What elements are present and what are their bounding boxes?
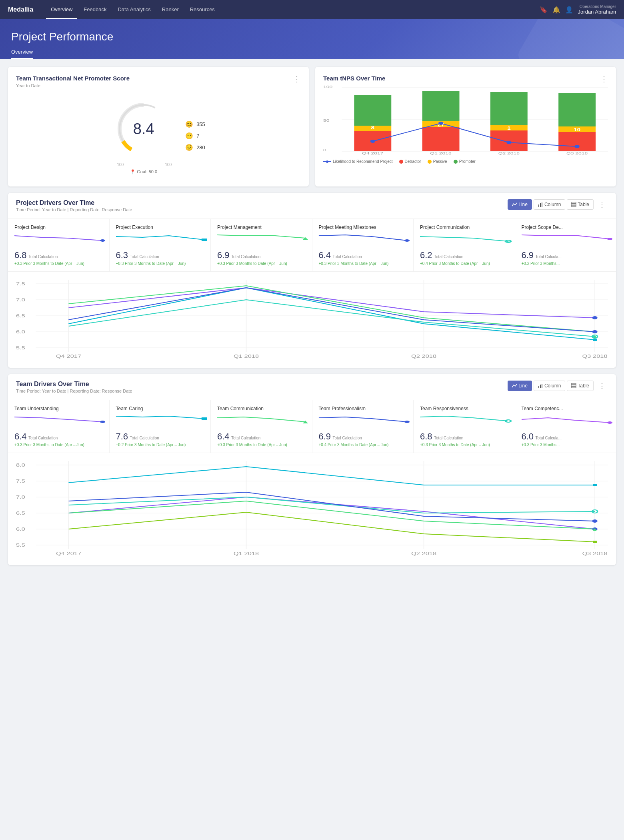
driver-card-project-design: Project Design 6.8 Total Calculation +0.… bbox=[8, 219, 110, 271]
svg-text:5.5: 5.5 bbox=[16, 543, 25, 547]
driver-name-2: Project Management bbox=[217, 225, 306, 230]
svg-rect-70 bbox=[538, 386, 539, 388]
nps-more-button[interactable]: ⋮ bbox=[293, 75, 301, 83]
user-name: Jordan Abraham bbox=[578, 9, 616, 15]
svg-text:8.0: 8.0 bbox=[16, 463, 25, 467]
passive-count: 7 bbox=[196, 133, 199, 139]
page-tab[interactable]: Overview bbox=[11, 49, 33, 59]
team-drivers-subtitle: Time Period: Year to Date | Reporting Da… bbox=[16, 389, 132, 393]
nps-gauge: 8.4 bbox=[112, 97, 176, 161]
driver-name-1: Project Execution bbox=[116, 225, 204, 230]
svg-rect-40 bbox=[571, 205, 576, 206]
team-drivers-section: Team Drivers Over Time Time Period: Year… bbox=[8, 374, 616, 565]
team-score-2: 6.4 bbox=[217, 431, 230, 441]
promoter-dot bbox=[454, 160, 458, 164]
project-drivers-controls: Line Column Table ⋮ bbox=[508, 199, 608, 210]
team-drivers-chart-svg: 8.0 7.5 7.0 6.5 6.0 5.5 bbox=[16, 461, 608, 565]
svg-rect-71 bbox=[540, 385, 541, 388]
bookmark-icon[interactable]: 🔖 bbox=[540, 6, 548, 14]
driver-card-project-milestones: Project Meeting Milestones 6.4 Total Cal… bbox=[312, 219, 414, 271]
project-toggle-table[interactable]: Table bbox=[567, 199, 594, 210]
driver-change-5: +0.2 Prior 3 Months... bbox=[522, 261, 610, 266]
svg-rect-98 bbox=[593, 484, 597, 486]
driver-change-3: +0.3 Prior 3 Months to Date (Apr – Jun) bbox=[319, 261, 407, 266]
nav-item-ranker[interactable]: Ranker bbox=[157, 1, 184, 19]
team-score-4: 6.8 bbox=[420, 431, 432, 441]
team-change-3: +0.4 Prior 3 Months to Date (Apr – Jun) bbox=[319, 443, 407, 447]
nav-item-data-analytics[interactable]: Data Analytics bbox=[113, 1, 155, 19]
gauge-score: 8.4 bbox=[133, 121, 154, 136]
team-driver-cards: Team Understanding 6.4 Total Calculation… bbox=[8, 400, 616, 453]
svg-rect-62 bbox=[593, 339, 597, 341]
gauge-range: -100 100 bbox=[116, 162, 172, 167]
nps-card-subtitle: Year to Date bbox=[16, 83, 130, 88]
gauge-range-low: -100 bbox=[116, 162, 124, 167]
project-toggle-line[interactable]: Line bbox=[508, 199, 532, 210]
svg-text:8: 8 bbox=[371, 126, 375, 130]
nps-legend: 😊 355 😐 7 😟 280 bbox=[185, 120, 205, 151]
team-drivers-more[interactable]: ⋮ bbox=[596, 381, 608, 390]
svg-point-64 bbox=[592, 330, 598, 333]
driver-calc-4: Total Calculation bbox=[434, 255, 463, 259]
svg-text:Q4 2017: Q4 2017 bbox=[56, 354, 81, 359]
passive-dot bbox=[428, 160, 432, 164]
driver-name-3: Project Meeting Milestones bbox=[319, 225, 407, 230]
user-info: Operations Manager Jordan Abraham bbox=[578, 4, 616, 15]
driver-change-2: +0.3 Prior 3 Months to Date (Apr – Jun) bbox=[217, 261, 306, 266]
project-drivers-section: Project Drivers Over Time Time Period: Y… bbox=[8, 193, 616, 368]
svg-text:Q4 2017: Q4 2017 bbox=[56, 551, 81, 556]
tnps-more-button[interactable]: ⋮ bbox=[600, 75, 608, 83]
page-header: Project Performance Overview bbox=[0, 19, 624, 59]
project-toggle-column[interactable]: Column bbox=[534, 199, 565, 210]
svg-rect-77 bbox=[201, 417, 206, 420]
svg-rect-13 bbox=[422, 127, 460, 151]
team-toggle-line[interactable]: Line bbox=[508, 381, 532, 391]
project-drivers-more[interactable]: ⋮ bbox=[596, 200, 608, 209]
brand-logo[interactable]: Medallia bbox=[8, 6, 33, 13]
nav-right: 🔖 🔔 👤 Operations Manager Jordan Abraham bbox=[540, 4, 616, 15]
tnps-chart-area: 100 50 0 8 bbox=[323, 83, 608, 155]
svg-rect-103 bbox=[593, 541, 597, 543]
nps-detractors: 😟 280 bbox=[185, 144, 205, 151]
team-toggle-table[interactable]: Table bbox=[567, 381, 594, 391]
svg-rect-19 bbox=[490, 92, 528, 125]
nav-item-overview[interactable]: Overview bbox=[46, 1, 77, 19]
team-driver-name-3: Team Professionalism bbox=[319, 406, 407, 411]
team-driver-name-1: Team Caring bbox=[116, 406, 204, 411]
svg-point-79 bbox=[404, 421, 409, 423]
main-content: Team Transactional Net Promoter Score Ye… bbox=[0, 59, 624, 579]
promoter-icon: 😊 bbox=[185, 120, 193, 128]
svg-text:6.5: 6.5 bbox=[16, 511, 25, 515]
team-toggle-column[interactable]: Column bbox=[534, 381, 565, 391]
svg-text:5.5: 5.5 bbox=[16, 346, 25, 350]
svg-text:Q1 2018: Q1 2018 bbox=[234, 354, 259, 359]
gauge-range-high: 100 bbox=[165, 162, 172, 167]
driver-sparkline-4 bbox=[420, 233, 508, 247]
team-change-2: +0.3 Prior 3 Months to Date (Apr – Jun) bbox=[217, 443, 306, 447]
svg-text:6.0: 6.0 bbox=[16, 527, 25, 531]
driver-score-5: 6.9 bbox=[522, 250, 534, 260]
team-drivers-header-left: Team Drivers Over Time Time Period: Year… bbox=[16, 381, 132, 393]
project-drivers-header: Project Drivers Over Time Time Period: Y… bbox=[8, 193, 616, 219]
driver-card-project-management: Project Management 6.9 Total Calculation… bbox=[211, 219, 312, 271]
nav-item-resources[interactable]: Resources bbox=[185, 1, 220, 19]
driver-sparkline-0 bbox=[14, 233, 103, 247]
team-change-0: +0.3 Prior 3 Months to Date (Apr – Jun) bbox=[14, 443, 103, 447]
team-driver-name-2: Team Communication bbox=[217, 406, 306, 411]
tnps-card: Team tNPS Over Time ⋮ 100 50 0 bbox=[315, 67, 616, 186]
driver-calc-0: Total Calculation bbox=[28, 255, 58, 259]
driver-card-team-communication: Team Communication 6.4 Total Calculation… bbox=[211, 400, 312, 453]
bell-icon[interactable]: 🔔 bbox=[552, 6, 560, 14]
svg-text:Q4 2017: Q4 2017 bbox=[362, 151, 383, 155]
driver-name-4: Project Communication bbox=[420, 225, 508, 230]
detractor-count: 280 bbox=[196, 144, 205, 150]
nav-item-feedback[interactable]: Feedback bbox=[79, 1, 111, 19]
driver-calc-5: Total Calcula... bbox=[536, 255, 562, 259]
user-icon[interactable]: 👤 bbox=[565, 6, 573, 14]
driver-card-team-competency: Team Competenc... 6.0 Total Calcula... +… bbox=[515, 400, 616, 453]
svg-text:Q1 2018: Q1 2018 bbox=[234, 551, 259, 556]
svg-text:Q3 2018: Q3 2018 bbox=[566, 151, 588, 155]
nps-card-titles: Team Transactional Net Promoter Score Ye… bbox=[16, 75, 130, 93]
driver-calc-3: Total Calculation bbox=[333, 255, 362, 259]
team-driver-name-0: Team Understanding bbox=[14, 406, 103, 411]
